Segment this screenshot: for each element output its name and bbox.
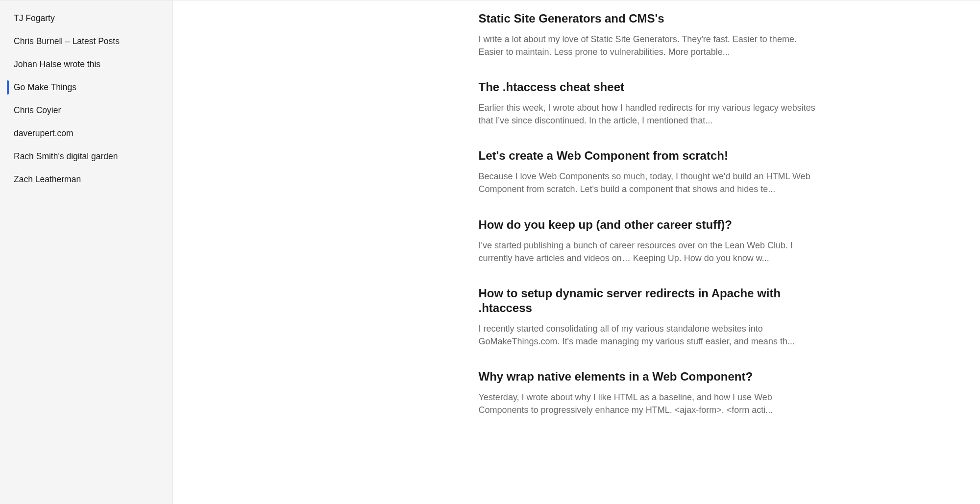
article-title: Let's create a Web Component from scratc…: [479, 148, 822, 163]
article-item[interactable]: Why wrap native elements in a Web Compon…: [479, 369, 822, 416]
article-excerpt: Yesterday, I wrote about why I like HTML…: [479, 391, 822, 416]
article-excerpt: I recently started consolidating all of …: [479, 322, 822, 348]
sidebar-item-label: Chris Coyier: [14, 105, 61, 115]
article-excerpt: Earlier this week, I wrote about how I h…: [479, 101, 822, 127]
sidebar-item-johan-halse[interactable]: Johan Halse wrote this: [0, 55, 172, 73]
articles-container: Static Site Generators and CMS's I write…: [459, 0, 841, 504]
sidebar-item-daverupert[interactable]: daverupert.com: [0, 124, 172, 143]
sidebar-item-label: Go Make Things: [14, 82, 76, 92]
sidebar-item-label: daverupert.com: [14, 128, 74, 138]
sidebar: TJ Fogarty Chris Burnell – Latest Posts …: [0, 0, 173, 504]
sidebar-item-label: Zach Leatherman: [14, 174, 81, 184]
sidebar-item-label: TJ Fogarty: [14, 13, 55, 23]
article-excerpt: Because I love Web Components so much, t…: [479, 170, 822, 195]
article-title: The .htaccess cheat sheet: [479, 80, 822, 95]
article-title: How to setup dynamic server redirects in…: [479, 286, 822, 315]
sidebar-item-tj-fogarty[interactable]: TJ Fogarty: [0, 9, 172, 27]
sidebar-item-go-make-things[interactable]: Go Make Things: [0, 78, 172, 96]
sidebar-item-chris-burnell[interactable]: Chris Burnell – Latest Posts: [0, 32, 172, 50]
sidebar-item-chris-coyier[interactable]: Chris Coyier: [0, 101, 172, 120]
sidebar-item-rach-smith[interactable]: Rach Smith's digital garden: [0, 147, 172, 166]
main-content: Static Site Generators and CMS's I write…: [173, 0, 980, 504]
article-title: Static Site Generators and CMS's: [479, 11, 822, 26]
article-item[interactable]: Static Site Generators and CMS's I write…: [479, 11, 822, 58]
sidebar-item-label: Chris Burnell – Latest Posts: [14, 36, 120, 46]
article-item[interactable]: How do you keep up (and other career stu…: [479, 217, 822, 264]
app-container: TJ Fogarty Chris Burnell – Latest Posts …: [0, 0, 980, 504]
sidebar-item-zach-leatherman[interactable]: Zach Leatherman: [0, 170, 172, 189]
article-title: Why wrap native elements in a Web Compon…: [479, 369, 822, 384]
article-excerpt: I write a lot about my love of Static Si…: [479, 33, 822, 58]
article-title: How do you keep up (and other career stu…: [479, 217, 822, 232]
article-item[interactable]: Let's create a Web Component from scratc…: [479, 148, 822, 195]
sidebar-item-label: Johan Halse wrote this: [14, 59, 100, 69]
article-item[interactable]: How to setup dynamic server redirects in…: [479, 286, 822, 348]
article-excerpt: I've started publishing a bunch of caree…: [479, 239, 822, 264]
article-item[interactable]: The .htaccess cheat sheet Earlier this w…: [479, 80, 822, 127]
sidebar-item-label: Rach Smith's digital garden: [14, 151, 118, 161]
